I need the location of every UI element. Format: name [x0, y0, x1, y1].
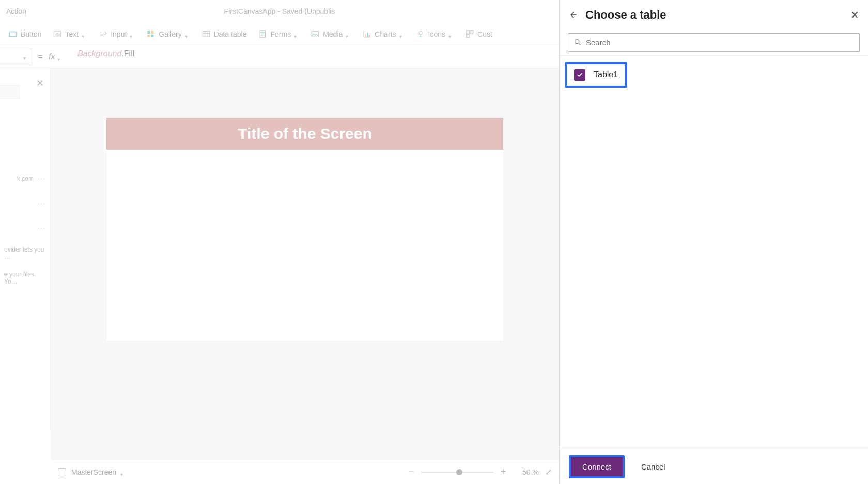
close-icon[interactable]: ✕: [36, 77, 44, 89]
chevron-down-icon: [57, 54, 62, 59]
svg-text:Abc: Abc: [55, 33, 61, 36]
more-icon[interactable]: ···: [38, 175, 46, 182]
panel-body: Table1: [560, 56, 868, 449]
svg-rect-9: [312, 31, 319, 37]
left-pane-row[interactable]: e your files. Yo…: [4, 266, 46, 290]
panel-title: Choose a table: [585, 8, 842, 22]
insert-datatable[interactable]: Data table: [197, 27, 251, 41]
insert-icons[interactable]: Icons: [412, 27, 458, 41]
more-icon[interactable]: ···: [38, 200, 46, 207]
canvas-screen[interactable]: Title of the Screen: [106, 118, 503, 341]
insert-text-label: Text: [65, 30, 79, 38]
main-app: Action FirstCanvasApp - Saved (Unpublis …: [0, 0, 559, 484]
zoom-control: − + 50 %: [407, 466, 539, 477]
chevron-down-icon[interactable]: [120, 470, 126, 475]
close-icon[interactable]: ✕: [849, 9, 860, 21]
svg-rect-15: [470, 30, 473, 34]
formula-input[interactable]: Background.Fill: [73, 49, 559, 65]
search-icon: [574, 38, 582, 46]
left-pane-thumbnail[interactable]: [0, 85, 20, 99]
status-bar: MasterScreen − + 50 % ⤢: [51, 459, 559, 484]
media-icon: [311, 29, 320, 39]
svg-rect-5: [148, 34, 150, 37]
insert-text[interactable]: Abc Text: [49, 27, 91, 41]
cancel-button-label: Cancel: [641, 462, 665, 471]
svg-point-17: [575, 40, 579, 44]
left-pane: ✕ k.com··· ··· ··· ovider lets you … e y…: [0, 68, 51, 430]
insert-gallery-label: Gallery: [159, 30, 181, 38]
insert-charts[interactable]: Charts: [358, 27, 408, 41]
chevron-down-icon: [185, 32, 190, 37]
svg-rect-6: [151, 34, 153, 37]
chevron-down-icon: [82, 32, 87, 37]
screen-name-label[interactable]: MasterScreen: [71, 468, 116, 476]
svg-rect-4: [151, 31, 153, 34]
search-box[interactable]: [568, 33, 860, 52]
formula-bar: = fx Background.Fill: [0, 45, 559, 68]
left-pane-row[interactable]: ···: [4, 191, 46, 216]
checkbox-checked[interactable]: [574, 69, 585, 81]
panel-footer: Connect Cancel: [560, 449, 868, 484]
insert-button[interactable]: Button: [4, 27, 45, 41]
property-select[interactable]: [0, 49, 32, 65]
formula-token-1: Background: [78, 49, 121, 58]
left-pane-row[interactable]: ovider lets you …: [4, 241, 46, 266]
svg-rect-14: [466, 30, 469, 34]
chevron-down-icon: [448, 32, 454, 37]
equals-label: =: [32, 52, 49, 61]
window-title: FirstCanvasApp - Saved (Unpublis: [0, 7, 559, 15]
back-arrow-icon[interactable]: [568, 10, 578, 20]
table-item-table1[interactable]: Table1: [565, 62, 627, 88]
insert-forms[interactable]: Forms: [254, 27, 304, 41]
insert-input-label: Input: [111, 30, 127, 38]
connect-button[interactable]: Connect: [571, 457, 623, 476]
forms-icon: [258, 29, 268, 39]
insert-gallery[interactable]: Gallery: [142, 27, 194, 41]
expand-icon[interactable]: ⤢: [545, 467, 552, 477]
ribbon-tab-action[interactable]: Action: [0, 7, 33, 15]
zoom-value: 50 %: [513, 468, 539, 476]
zoom-thumb[interactable]: [456, 469, 462, 475]
custom-icon: [465, 29, 474, 39]
insert-media[interactable]: Media: [306, 27, 355, 41]
zoom-slider[interactable]: [421, 472, 493, 473]
insert-input[interactable]: Input: [94, 27, 139, 41]
insert-media-label: Media: [323, 30, 343, 38]
svg-rect-3: [148, 31, 150, 34]
chevron-down-icon: [399, 32, 405, 37]
title-bar: Action FirstCanvasApp - Saved (Unpublis: [0, 0, 559, 23]
panel-header: Choose a table ✕: [560, 0, 868, 30]
gallery-icon: [146, 29, 156, 39]
insert-custom[interactable]: Cust: [461, 27, 497, 41]
chevron-down-icon: [346, 32, 351, 37]
svg-rect-11: [367, 33, 368, 37]
search-input[interactable]: [586, 38, 854, 47]
screen-title-label: Title of the Screen: [238, 125, 372, 143]
ribbon-insert: Button Abc Text Input Gallery Data table…: [0, 23, 559, 45]
left-pane-row[interactable]: k.com···: [4, 166, 46, 191]
left-pane-row-label: ovider lets you …: [4, 246, 46, 260]
left-pane-row[interactable]: ···: [4, 216, 46, 241]
left-pane-row-label: e your files. Yo…: [4, 271, 46, 285]
fx-label: fx: [49, 52, 55, 61]
svg-rect-12: [369, 35, 370, 37]
svg-rect-10: [365, 34, 366, 37]
svg-rect-8: [260, 30, 266, 38]
connect-button-highlight: Connect: [569, 455, 625, 478]
input-icon: [98, 29, 107, 39]
connect-button-label: Connect: [582, 462, 611, 471]
screen-title-band[interactable]: Title of the Screen: [106, 118, 503, 150]
zoom-in-button[interactable]: +: [499, 466, 508, 477]
chevron-down-icon: [130, 32, 135, 37]
more-icon[interactable]: ···: [38, 225, 46, 232]
cancel-button[interactable]: Cancel: [637, 457, 670, 476]
svg-rect-0: [9, 32, 17, 36]
icons-icon: [416, 29, 425, 39]
screen-checkbox[interactable]: [58, 468, 66, 476]
text-icon: Abc: [53, 29, 62, 39]
fx-button[interactable]: fx: [49, 52, 73, 61]
insert-charts-label: Charts: [375, 30, 396, 38]
zoom-out-button[interactable]: −: [407, 466, 416, 477]
canvas-area[interactable]: Title of the Screen: [51, 68, 559, 459]
insert-icons-label: Icons: [428, 30, 445, 38]
